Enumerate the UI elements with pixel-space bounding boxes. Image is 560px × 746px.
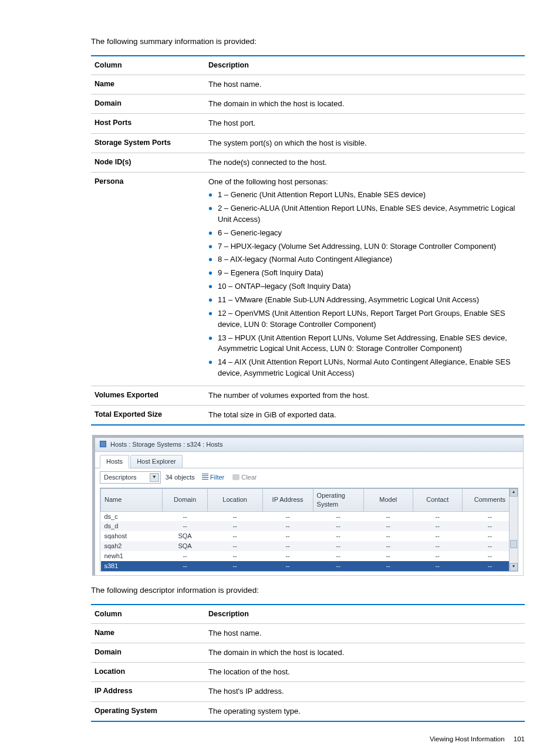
summary-table: Column Description Name The host name. D… (91, 55, 525, 426)
tab-host-explorer[interactable]: Host Explorer (130, 455, 183, 468)
t1-persona-label: Persona (91, 173, 205, 386)
t2-location-label: Location (91, 663, 205, 682)
t1-sysports-desc: The system port(s) on which the host is … (205, 133, 525, 153)
persona-item: 9 – Egenera (Soft Inquiry Data) (208, 268, 521, 279)
t1-hostports-desc: The host port. (205, 114, 525, 133)
t2-os-label: Operating System (91, 701, 205, 721)
grid-row[interactable]: ds_d -- -- -- -- -- -- -- (101, 521, 518, 531)
footer-section: Viewing Host Information (430, 735, 505, 742)
scroll-handle[interactable] (510, 540, 517, 548)
t1-nodeids-label: Node ID(s) (91, 153, 205, 172)
t1-totalexp-desc: The total size in GiB of exported data. (205, 406, 525, 426)
object-count: 34 objects (166, 473, 195, 482)
chevron-down-icon[interactable]: ▼ (150, 473, 159, 482)
clear-icon (232, 474, 239, 480)
hosts-panel-screenshot: Hosts : Storage Systems : s324 : Hosts H… (92, 435, 524, 575)
t1-persona-desc: One of the following host personas: 1 – … (205, 173, 525, 386)
tab-hosts[interactable]: Hosts (100, 455, 129, 468)
t2-os-desc: The operating system type. (205, 701, 525, 721)
t1-head-col1: Column (91, 56, 205, 75)
t1-persona-intro: One of the following host personas: (208, 177, 328, 186)
persona-list: 1 – Generic (Unit Attention Report LUNs,… (208, 190, 521, 379)
clear-button[interactable]: Clear (232, 473, 257, 482)
scroll-down-icon[interactable]: ▾ (510, 563, 518, 571)
footer-page-number: 101 (514, 735, 525, 742)
col-location[interactable]: Location (207, 488, 262, 511)
persona-item: 12 – OpenVMS (Unit Attention Report LUNs… (208, 308, 521, 330)
t1-name-desc: The host name. (205, 75, 525, 94)
t1-volexp-desc: The number of volumes exported from the … (205, 386, 525, 405)
t2-name-label: Name (91, 623, 205, 643)
persona-item: 7 – HPUX-legacy (Volume Set Addressing, … (208, 241, 521, 252)
intro-text-1: The following summary information is pro… (91, 36, 525, 47)
persona-item: 11 – VMware (Enable Sub-LUN Addressing, … (208, 295, 521, 306)
view-selector-label: Descriptors (104, 473, 137, 482)
persona-item: 10 – ONTAP–legacy (Soft Inquiry Data) (208, 281, 521, 292)
col-ip[interactable]: IP Address (262, 488, 313, 511)
window-icon (100, 441, 106, 447)
vertical-scrollbar[interactable]: ▴ ▾ (509, 488, 518, 571)
col-name[interactable]: Name (101, 488, 163, 511)
filter-icon (202, 474, 208, 480)
persona-item: 1 – Generic (Unit Attention Report LUNs,… (208, 190, 521, 201)
view-selector[interactable]: Descriptors ▼ (100, 471, 161, 484)
col-os[interactable]: Operating System (313, 488, 363, 511)
t1-domain-desc: The domain in which the host is located. (205, 94, 525, 114)
t2-name-desc: The host name. (205, 623, 525, 643)
t1-nodeids-desc: The node(s) connected to the host. (205, 153, 525, 172)
grid-row[interactable]: ds_c -- -- -- -- -- -- -- (101, 511, 518, 521)
t2-ip-desc: The host's IP address. (205, 682, 525, 701)
hosts-grid: Name Domain Location IP Address Operatin… (100, 488, 518, 571)
col-model[interactable]: Model (363, 488, 413, 511)
panel-title: Hosts : Storage Systems : s324 : Hosts (110, 441, 222, 448)
t1-head-col2: Description (205, 56, 525, 75)
t1-hostports-label: Host Ports (91, 114, 205, 133)
grid-row-selected[interactable]: s381 -- -- -- -- -- -- -- (101, 561, 518, 571)
scroll-up-icon[interactable]: ▴ (510, 488, 518, 497)
t2-domain-label: Domain (91, 643, 205, 662)
t1-domain-label: Domain (91, 94, 205, 114)
t1-name-label: Name (91, 75, 205, 94)
persona-item: 14 – AIX (Unit Attention Report LUNs, No… (208, 357, 521, 379)
persona-item: 6 – Generic-legacy (208, 228, 521, 239)
t1-totalexp-label: Total Exported Size (91, 406, 205, 426)
t1-volexp-label: Volumes Exported (91, 386, 205, 405)
persona-item: 13 – HPUX (Unit Attention Report LUNs, V… (208, 333, 521, 355)
grid-row[interactable]: sqah2 SQA -- -- -- -- -- -- (101, 541, 518, 551)
descriptor-table: Column Description Name The host name. D… (91, 604, 525, 722)
t2-head-col2: Description (205, 605, 525, 623)
t1-sysports-label: Storage System Ports (91, 133, 205, 153)
panel-titlebar: Hosts : Storage Systems : s324 : Hosts (95, 438, 523, 452)
persona-item: 2 – Generic-ALUA (Unit Attention Report … (208, 203, 521, 225)
t2-ip-label: IP Address (91, 682, 205, 701)
filter-button[interactable]: Filter (202, 473, 224, 482)
page-footer: Viewing Host Information 101 (91, 731, 525, 744)
t2-head-col1: Column (91, 605, 205, 623)
grid-row[interactable]: sqahost SQA -- -- -- -- -- -- (101, 531, 518, 541)
t2-location-desc: The location of the host. (205, 663, 525, 682)
grid-row[interactable]: newh1 -- -- -- -- -- -- -- (101, 551, 518, 561)
grid-container: Name Domain Location IP Address Operatin… (100, 488, 518, 572)
persona-item: 8 – AIX-legacy (Normal Auto Contingent A… (208, 254, 521, 265)
col-domain[interactable]: Domain (163, 488, 207, 511)
col-contact[interactable]: Contact (413, 488, 462, 511)
t2-domain-desc: The domain in which the host is located. (205, 643, 525, 662)
intro-text-2: The following descriptor information is … (91, 585, 525, 596)
